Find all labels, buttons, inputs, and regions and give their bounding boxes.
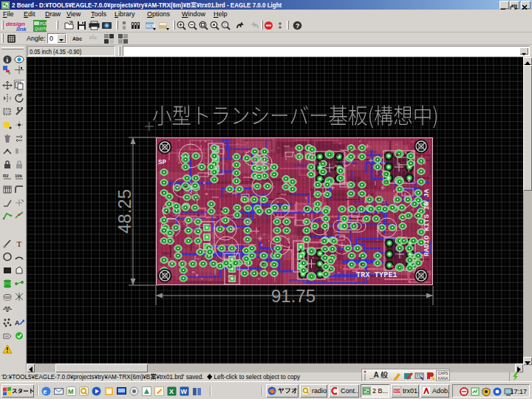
svg-text:48.25: 48.25 (115, 189, 134, 233)
svg-text:X: X (169, 388, 174, 395)
svg-text:xyz: xyz (89, 35, 97, 41)
svg-text:PCB: PCB (40, 21, 47, 26)
svg-text:e: e (44, 387, 47, 395)
svg-text:link: link (16, 26, 27, 32)
svg-text:SCH: SCH (394, 389, 401, 393)
svg-text:91.75: 91.75 (271, 286, 316, 306)
svg-text:SCR: SCR (146, 24, 156, 28)
svg-text:A: A (15, 319, 20, 327)
svg-text:10k: 10k (15, 174, 23, 178)
svg-text:R2: R2 (3, 174, 9, 178)
svg-text:Abc: Abc (72, 36, 82, 41)
svg-text:W: W (181, 388, 188, 395)
svg-text:..: .. (298, 388, 299, 395)
svg-text:M: M (68, 388, 74, 395)
svg-text:QUOTE: QUOTE (35, 27, 47, 31)
svg-text:T: T (17, 239, 22, 248)
svg-text:?: ? (296, 22, 300, 30)
